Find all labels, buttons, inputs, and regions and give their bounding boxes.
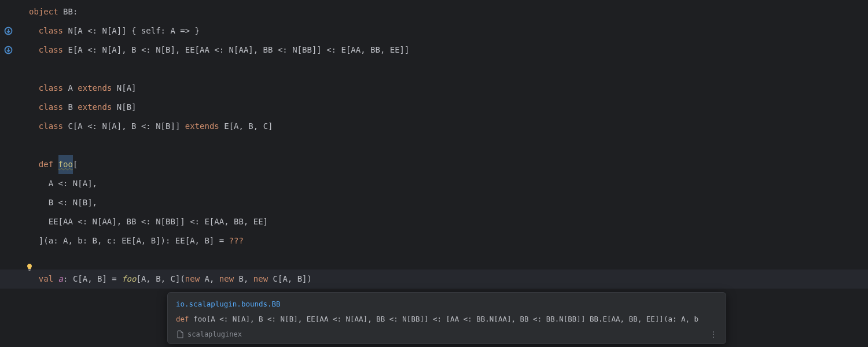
class-name: B xyxy=(68,98,72,117)
type-params: [A <: N[A], B <: N[B], EE[AA <: N[AA], B… xyxy=(73,40,410,60)
intention-bulb-icon[interactable] xyxy=(25,260,34,279)
extends-type: N[A] xyxy=(117,79,137,98)
override-gutter-icon[interactable] xyxy=(3,26,13,35)
extends-type: N[B] xyxy=(117,98,137,117)
code-line-blank[interactable] xyxy=(29,60,868,79)
extends-type: E[A, B, C] xyxy=(224,117,273,136)
tooltip-breadcrumb[interactable]: io.scalaplugin.bounds.BB xyxy=(176,298,718,310)
function-call: foo xyxy=(122,270,136,289)
keyword: object xyxy=(29,2,58,21)
tooltip-footer: scalapluginex ⋮ xyxy=(176,328,718,340)
tooltip-source-file[interactable]: scalapluginex xyxy=(176,328,242,340)
keyword: class xyxy=(39,117,63,136)
keyword: extends xyxy=(78,98,112,117)
type-param: A <: N[A], xyxy=(49,174,97,193)
keyword: extends xyxy=(78,79,112,98)
class-name: N xyxy=(68,21,72,40)
code-line[interactable]: B <: N[B], xyxy=(29,193,868,212)
val-name: a xyxy=(58,270,63,289)
keyword: new xyxy=(185,270,200,289)
override-gutter-icon[interactable] xyxy=(3,45,13,54)
code-line[interactable]: A <: N[A], xyxy=(29,174,868,193)
code-line[interactable]: class C[A <: N[A], B <: N[B]] extends E[… xyxy=(29,117,868,136)
keyword: class xyxy=(39,79,63,98)
class-name: E xyxy=(68,40,72,60)
class-name: C xyxy=(68,117,72,136)
keyword: class xyxy=(39,21,63,40)
code-line[interactable]: class B extends N[B] xyxy=(29,98,868,117)
code-line[interactable]: def foo[ xyxy=(29,155,868,174)
code-line[interactable]: class N[A <: N[A]] { self: A => } xyxy=(29,21,868,40)
type-params: [A <: N[A]] { self: A => } xyxy=(73,21,200,40)
code-line[interactable]: ](a: A, b: B, c: EE[A, B]): EE[A, B] = ?… xyxy=(29,231,868,250)
quick-doc-tooltip: io.scalaplugin.bounds.BB def foo[A <: N[… xyxy=(167,292,726,344)
code-editor[interactable]: object BB: class N[A <: N[A]] { self: A … xyxy=(17,0,868,289)
code-line[interactable]: class E[A <: N[A], B <: N[B], EE[AA <: N… xyxy=(29,40,868,60)
code-line[interactable]: class A extends N[A] xyxy=(29,79,868,98)
code-line[interactable]: EE[AA <: N[AA], BB <: N[BB]] <: E[AA, BB… xyxy=(29,212,868,231)
tooltip-signature: def foo[A <: N[A], B <: N[B], EE[AA <: N… xyxy=(176,313,718,325)
file-icon xyxy=(176,330,184,338)
keyword: val xyxy=(39,270,53,289)
type-param: EE[AA <: N[AA], BB <: N[BB]] <: E[AA, BB… xyxy=(49,212,268,231)
params: (a: A, b: B, c: EE[A, B]): EE[A, B] = xyxy=(43,231,229,250)
code-line-current[interactable]: val a: C[A, B] = foo[A, B, C](new A, new… xyxy=(0,270,868,289)
more-actions-icon[interactable]: ⋮ xyxy=(710,328,718,340)
type-params: [A <: N[A], B <: N[B]] xyxy=(73,117,180,136)
svg-rect-2 xyxy=(28,270,31,270)
svg-rect-3 xyxy=(29,270,31,271)
type-ref: C xyxy=(73,270,78,289)
keyword: def xyxy=(39,155,53,174)
keyword: new xyxy=(219,270,234,289)
object-name: BB xyxy=(63,2,73,21)
placeholder: ??? xyxy=(229,231,244,250)
code-line[interactable]: object BB: xyxy=(29,2,868,21)
tooltip-file-label: scalapluginex xyxy=(187,328,242,340)
keyword: class xyxy=(39,98,63,117)
code-line-blank[interactable] xyxy=(29,136,868,155)
keyword: class xyxy=(39,40,63,60)
function-name: foo xyxy=(58,155,73,174)
keyword: extends xyxy=(185,117,219,136)
class-name: A xyxy=(68,79,72,98)
code-line-blank[interactable] xyxy=(29,250,868,270)
type-param: B <: N[B], xyxy=(49,193,97,212)
keyword: new xyxy=(253,270,268,289)
editor-gutter xyxy=(0,0,17,347)
